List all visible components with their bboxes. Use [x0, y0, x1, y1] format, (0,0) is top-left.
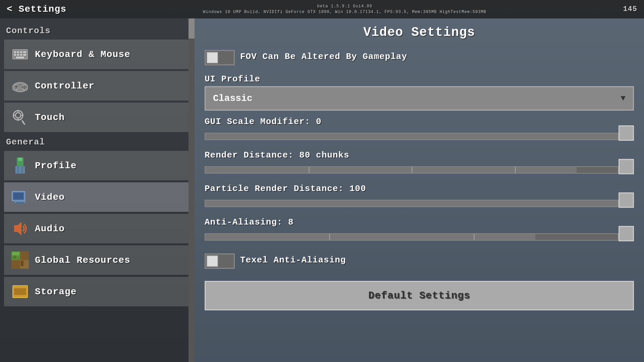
svg-rect-9 — [16, 57, 24, 58]
svg-rect-4 — [23, 51, 26, 53]
gui-scale-handle[interactable] — [619, 125, 634, 141]
anti-aliasing-handle[interactable] — [619, 226, 634, 241]
audio-icon — [11, 220, 29, 237]
fov-toggle-knob — [207, 52, 218, 63]
top-bar: < Settings beta 1.5.9.1 Gui4.99 Windows … — [0, 0, 644, 18]
render-distance-label: Render Distance: 80 chunks — [205, 150, 634, 160]
controls-header: Controls — [0, 22, 195, 39]
storage-icon — [11, 283, 29, 300]
render-distance-slider[interactable] — [205, 162, 634, 178]
render-distance-fill — [205, 167, 577, 173]
fov-toggle[interactable] — [205, 50, 235, 65]
keyboard-icon — [11, 46, 29, 63]
dropdown-arrow-icon: ▼ — [621, 94, 626, 103]
svg-point-20 — [13, 111, 23, 120]
sidebar-item-controller[interactable]: Controller — [4, 71, 191, 101]
global-resources-label: Global Resources — [35, 255, 130, 265]
gui-scale-section: GUI Scale Modifier: 0 — [205, 117, 634, 144]
anti-aliasing-tick-1 — [329, 234, 330, 240]
fov-label: FOV Can Be Altered By Gameplay — [240, 52, 407, 62]
svg-rect-1 — [14, 51, 16, 53]
render-distance-track — [205, 166, 619, 174]
texel-anti-aliasing-knob — [207, 255, 218, 267]
scrollbar-thumb[interactable] — [189, 18, 195, 39]
svg-rect-41 — [21, 261, 23, 266]
svg-point-17 — [23, 87, 25, 89]
content-panel: Video Settings FOV Can Be Altered By Gam… — [195, 18, 644, 362]
ui-profile-section: UI Profile Classic ▼ — [205, 74, 634, 111]
svg-rect-7 — [20, 54, 22, 56]
svg-rect-30 — [21, 166, 23, 174]
slider-tick-3 — [515, 167, 516, 173]
svg-rect-29 — [17, 166, 19, 174]
sidebar-item-global-resources[interactable]: Global Resources — [4, 245, 191, 275]
particle-render-distance-slider[interactable] — [205, 196, 634, 211]
touch-icon — [11, 109, 29, 126]
sidebar-item-profile[interactable]: Profile — [4, 151, 191, 180]
video-icon — [11, 188, 29, 206]
svg-rect-34 — [16, 202, 24, 203]
svg-point-18 — [22, 86, 23, 88]
general-header: General — [0, 133, 195, 150]
particle-render-distance-track — [205, 200, 619, 207]
video-label: Video — [35, 192, 65, 202]
anti-aliasing-track — [205, 233, 619, 241]
gui-scale-fill — [205, 133, 618, 139]
ui-profile-dropdown[interactable]: Classic ▼ — [205, 86, 634, 111]
svg-rect-43 — [14, 288, 26, 295]
gui-scale-slider[interactable] — [205, 129, 634, 144]
controller-label: Controller — [35, 81, 95, 91]
main-layout: Controls Keyboard & Mouse — [0, 18, 644, 362]
svg-rect-3 — [20, 51, 22, 53]
sidebar-item-keyboard-mouse[interactable]: Keyboard & Mouse — [4, 40, 191, 69]
anti-aliasing-fill — [205, 234, 535, 240]
anti-aliasing-slider[interactable] — [205, 229, 634, 245]
anti-aliasing-tick-2 — [474, 234, 475, 240]
profile-label: Profile — [35, 161, 77, 171]
svg-rect-8 — [23, 54, 26, 56]
back-button[interactable]: < Settings — [7, 4, 66, 14]
sidebar-item-audio[interactable]: Audio — [4, 214, 191, 243]
sidebar-scrollbar[interactable] — [189, 18, 195, 362]
sidebar-item-touch[interactable]: Touch — [4, 103, 191, 132]
svg-rect-14 — [15, 86, 18, 87]
profile-icon — [11, 157, 29, 174]
particle-render-distance-handle[interactable] — [619, 192, 634, 208]
keyboard-mouse-label: Keyboard & Mouse — [35, 49, 130, 60]
gui-scale-label: GUI Scale Modifier: 0 — [205, 117, 634, 127]
panel-title: Video Settings — [205, 25, 634, 40]
texel-anti-aliasing-label: Texel Anti-Aliasing — [240, 255, 346, 265]
particle-render-distance-section: Particle Render Distance: 100 — [205, 184, 634, 211]
fov-toggle-row: FOV Can Be Altered By Gameplay — [205, 47, 634, 68]
svg-rect-2 — [17, 51, 19, 53]
ping-display: 145 — [623, 5, 637, 13]
audio-label: Audio — [35, 224, 65, 234]
particle-render-distance-fill — [205, 200, 618, 206]
system-info: beta 1.5.9.1 Gui4.99 Windows 10 UMP Buil… — [203, 4, 486, 15]
render-distance-section: Render Distance: 80 chunks — [205, 150, 634, 178]
sidebar: Controls Keyboard & Mouse — [0, 18, 195, 362]
svg-rect-6 — [17, 54, 19, 56]
touch-label: Touch — [35, 112, 65, 123]
ui-profile-label: UI Profile — [205, 74, 634, 84]
sidebar-item-storage[interactable]: Storage — [4, 277, 191, 306]
particle-render-distance-label: Particle Render Distance: 100 — [205, 184, 634, 194]
gui-scale-track — [205, 133, 619, 140]
controller-icon — [11, 77, 29, 95]
default-settings-button[interactable]: Default Settings — [205, 281, 634, 310]
svg-point-21 — [15, 113, 21, 118]
svg-rect-32 — [13, 193, 23, 199]
slider-tick-2 — [412, 167, 413, 173]
render-distance-handle[interactable] — [619, 159, 634, 174]
texel-anti-aliasing-toggle[interactable] — [205, 253, 235, 269]
svg-rect-38 — [12, 252, 19, 255]
svg-rect-27 — [18, 158, 22, 161]
texel-anti-aliasing-row: Texel Anti-Aliasing — [205, 251, 634, 272]
svg-point-15 — [23, 85, 25, 87]
sidebar-item-video[interactable]: Video — [4, 182, 191, 212]
svg-rect-5 — [14, 54, 16, 56]
ui-profile-selected: Classic — [213, 93, 253, 104]
slider-tick-1 — [309, 167, 310, 173]
global-resources-icon — [11, 251, 29, 269]
svg-rect-39 — [13, 255, 16, 259]
